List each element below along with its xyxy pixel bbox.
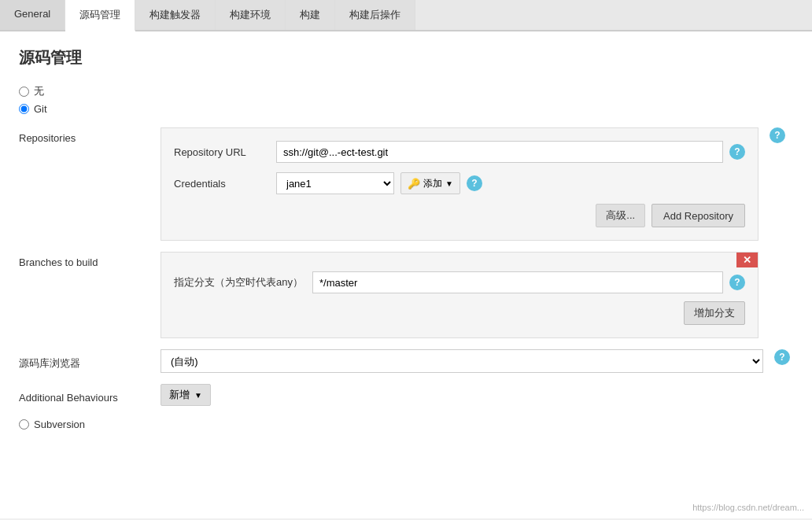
credentials-help-icon[interactable]: ? bbox=[467, 175, 482, 191]
radio-subversion[interactable]: Subversion bbox=[19, 419, 85, 430]
tab-build[interactable]: 构建 bbox=[286, 0, 335, 30]
branch-input[interactable] bbox=[312, 271, 723, 293]
subversion-row: Subversion bbox=[19, 419, 793, 435]
radio-none[interactable]: 无 bbox=[19, 84, 793, 98]
credentials-select[interactable]: jane1 bbox=[276, 172, 394, 194]
repositories-label: Repositories bbox=[19, 127, 161, 144]
radio-subversion-input[interactable] bbox=[19, 419, 29, 430]
tab-bar: General 源码管理 构建触发器 构建环境 构建 构建后操作 bbox=[0, 0, 812, 31]
additional-behaviours-row: Additional Behaviours 新增 ▼ bbox=[19, 384, 793, 406]
branch-help-icon[interactable]: ? bbox=[729, 275, 745, 290]
repositories-wrapper: Repository URL ? Credentials jane1 🔑 添加 … bbox=[161, 127, 785, 241]
add-credentials-dropdown-arrow: ▼ bbox=[445, 179, 453, 188]
source-browser-label: 源码库浏览器 bbox=[19, 352, 161, 371]
branches-label: Branches to build bbox=[19, 252, 161, 268]
branches-row: Branches to build ✕ 指定分支（为空时代表any） ? 增加分… bbox=[19, 252, 793, 338]
watermark: https://blog.csdn.net/dream... bbox=[692, 503, 804, 512]
add-repository-button[interactable]: Add Repository bbox=[651, 204, 745, 227]
key-icon: 🔑 bbox=[408, 178, 420, 190]
url-label: Repository URL bbox=[174, 146, 276, 158]
tab-triggers[interactable]: 构建触发器 bbox=[135, 0, 216, 30]
repositories-content: Repository URL ? Credentials jane1 🔑 添加 … bbox=[161, 127, 758, 241]
new-behaviour-button[interactable]: 新增 ▼ bbox=[161, 384, 211, 406]
new-btn-label: 新增 bbox=[169, 388, 190, 402]
radio-git[interactable]: Git bbox=[19, 103, 793, 115]
advanced-button[interactable]: 高级... bbox=[596, 204, 645, 227]
tab-post[interactable]: 构建后操作 bbox=[335, 0, 415, 30]
branch-field-row: 指定分支（为空时代表any） ? bbox=[174, 271, 745, 293]
repositories-row: Repositories Repository URL ? Credential… bbox=[19, 127, 793, 241]
source-browser-select[interactable]: (自动) bbox=[161, 349, 763, 373]
add-branch-button[interactable]: 增加分支 bbox=[684, 301, 745, 325]
tab-env[interactable]: 构建环境 bbox=[216, 0, 286, 30]
page-title: 源码管理 bbox=[19, 47, 793, 68]
radio-none-label: 无 bbox=[34, 84, 44, 98]
branch-field-label: 指定分支（为空时代表any） bbox=[174, 275, 303, 290]
add-credentials-button[interactable]: 🔑 添加 ▼ bbox=[400, 172, 460, 194]
additional-behaviours-label: Additional Behaviours bbox=[19, 387, 161, 404]
radio-git-label: Git bbox=[34, 103, 47, 115]
add-btn-label: 添加 bbox=[423, 177, 442, 190]
source-browser-help-icon[interactable]: ? bbox=[774, 349, 790, 365]
repo-buttons-row: 高级... Add Repository bbox=[174, 204, 745, 227]
radio-group: 无 Git bbox=[19, 84, 793, 115]
radio-git-input[interactable] bbox=[19, 104, 29, 114]
url-help-icon[interactable]: ? bbox=[729, 144, 745, 160]
delete-branch-button[interactable]: ✕ bbox=[736, 253, 758, 267]
tab-general[interactable]: General bbox=[0, 0, 65, 30]
radio-none-input[interactable] bbox=[19, 87, 29, 97]
repositories-help-icon[interactable]: ? bbox=[770, 127, 785, 143]
credentials-row: Credentials jane1 🔑 添加 ▼ ? bbox=[174, 172, 745, 194]
url-input[interactable] bbox=[276, 141, 723, 163]
source-browser-wrapper: (自动) ? bbox=[161, 349, 793, 373]
tab-source[interactable]: 源码管理 bbox=[65, 0, 135, 31]
url-row: Repository URL ? bbox=[174, 141, 745, 163]
credentials-label: Credentials bbox=[174, 178, 276, 190]
branches-buttons-row: 增加分支 bbox=[174, 301, 745, 325]
radio-subversion-label: Subversion bbox=[34, 419, 85, 430]
page-content: 源码管理 无 Git Repositories Repository URL ? bbox=[0, 31, 812, 518]
branches-wrapper: ✕ 指定分支（为空时代表any） ? 增加分支 bbox=[161, 252, 758, 338]
source-browser-row: 源码库浏览器 (自动) ? bbox=[19, 349, 793, 373]
new-btn-dropdown-arrow: ▼ bbox=[194, 391, 202, 400]
branches-content: ✕ 指定分支（为空时代表any） ? 增加分支 bbox=[161, 252, 758, 338]
